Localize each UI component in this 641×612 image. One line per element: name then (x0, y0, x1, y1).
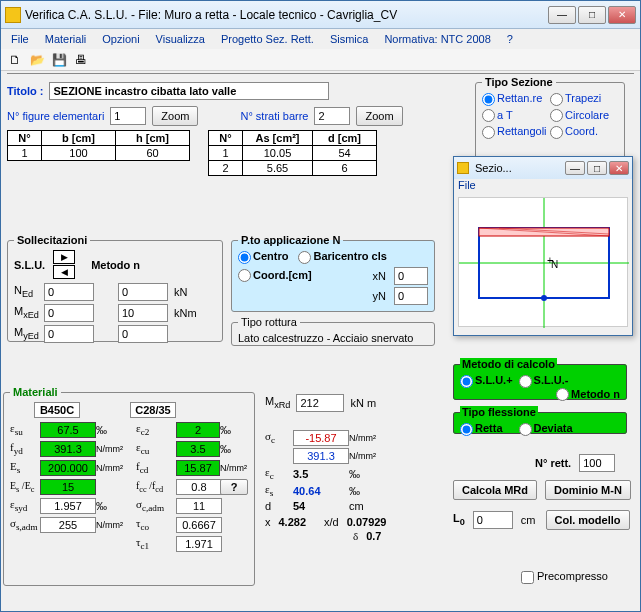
zoom-strati-button[interactable]: Zoom (356, 106, 402, 126)
section-maximize-button[interactable]: □ (587, 161, 607, 175)
delta-label: δ (353, 530, 358, 542)
MyEd-input2[interactable] (118, 325, 168, 343)
sc-label: σc (265, 430, 293, 445)
fcd-label: fcd (136, 460, 176, 475)
pto-app-legend: P.to applicazione N (238, 234, 343, 246)
ecu-label: εcu (136, 441, 176, 456)
ec2-val: 2 (176, 422, 220, 438)
menu-normativa[interactable]: Normativa: NTC 2008 (378, 31, 496, 47)
xN-input[interactable] (394, 267, 428, 285)
n-rett-input[interactable] (579, 454, 615, 472)
menu-visualizza[interactable]: Visualizza (150, 31, 211, 47)
MxEd-unit: kNm (174, 307, 204, 319)
esyd-val: 1.957 (40, 498, 96, 514)
scadm-val: 11 (176, 498, 222, 514)
scadm-label: σc,adm (136, 498, 176, 513)
main-window: Verifica C.A. S.L.U. - File: Muro a rett… (0, 0, 641, 612)
titolo-input[interactable] (49, 82, 329, 100)
delta-val: 0.7 (366, 530, 381, 542)
section-minimize-button[interactable]: — (565, 161, 585, 175)
radio-trapezi[interactable]: Trapezi (550, 92, 618, 106)
tipo-flessione-group: Tipo flessione Retta Deviata (453, 406, 627, 434)
menu-opzioni[interactable]: Opzioni (96, 31, 145, 47)
close-button[interactable]: ✕ (608, 6, 636, 24)
new-icon[interactable]: 🗋 (7, 52, 23, 68)
fcd-val: 15.87 (176, 460, 220, 476)
dominio-mn-button[interactable]: Dominio M-N (545, 480, 631, 500)
radio-coord[interactable]: Coord. (550, 125, 618, 139)
NEd-label: NEd (14, 284, 44, 299)
bars-table: N°As [cm²]d [cm] 110.0554 25.656 (208, 130, 377, 176)
steel-name[interactable]: B450C (34, 402, 80, 418)
n-strati-input[interactable] (314, 107, 350, 125)
EsEc-label: Es /Ec (10, 480, 40, 494)
x-val: 4.282 (279, 516, 307, 528)
MyEd-input1[interactable] (44, 325, 94, 343)
xd-val: 0.07929 (347, 516, 387, 528)
section-menubar: File (454, 179, 632, 195)
NEd-input2[interactable] (118, 283, 168, 301)
yN-input[interactable] (394, 287, 428, 305)
tipo-rottura-text: Lato calcestruzzo - Acciaio snervato (238, 332, 413, 344)
ssadm-val[interactable]: 255 (40, 517, 96, 533)
radio-coord-cm[interactable]: Coord.[cm] (238, 269, 312, 283)
ec2-label: εc2 (136, 422, 176, 437)
metodo-calcolo-legend: Metodo di calcolo (460, 358, 557, 370)
NEd-input1[interactable] (44, 283, 94, 301)
menu-help[interactable]: ? (501, 31, 519, 47)
n-figure-input[interactable] (110, 107, 146, 125)
radio-circolare[interactable]: Circolare (550, 109, 618, 123)
section-close-button[interactable]: ✕ (609, 161, 629, 175)
MyEd-label: MyEd (14, 326, 44, 341)
d-label: d (265, 500, 293, 512)
section-title: Sezio... (473, 162, 565, 174)
concrete-name[interactable]: C28/35 (130, 402, 176, 418)
radio-rettangoli[interactable]: Rettangoli (482, 125, 550, 139)
radio-deviata[interactable]: Deviata (519, 422, 573, 436)
menu-sismica[interactable]: Sismica (324, 31, 375, 47)
menu-materiali[interactable]: Materiali (39, 31, 93, 47)
calcola-mrd-button[interactable]: Calcola MRd (453, 480, 537, 500)
radio-slu-plus[interactable]: S.L.U.+ (460, 374, 513, 388)
tipo-rottura-legend: Tipo rottura (238, 316, 300, 328)
section-menu-file[interactable]: File (458, 179, 476, 191)
arrow-right-button[interactable]: ▶ (53, 250, 75, 264)
precompresso-checkbox[interactable]: Precompresso (521, 570, 608, 584)
svg-point-6 (541, 295, 547, 301)
es-label: εs (265, 483, 293, 498)
MxEd-input1[interactable] (44, 304, 94, 322)
radio-retta[interactable]: Retta (460, 422, 503, 436)
zoom-figure-button[interactable]: Zoom (152, 106, 198, 126)
tc1-val: 1.971 (176, 536, 222, 552)
minimize-button[interactable]: — (548, 6, 576, 24)
th-b: b [cm] (42, 131, 116, 146)
menu-progetto[interactable]: Progetto Sez. Rett. (215, 31, 320, 47)
ssadm-unit: N/mm² (96, 520, 136, 530)
print-icon[interactable]: 🖶 (73, 52, 89, 68)
table-row: 25.656 (209, 161, 377, 176)
d-val: 54 (293, 500, 349, 512)
radio-slu-minus[interactable]: S.L.U.- (519, 374, 569, 388)
radio-rettanre[interactable]: Rettan.re (482, 92, 550, 106)
save-icon[interactable]: 💾 (51, 52, 67, 68)
col-modello-button[interactable]: Col. modello (546, 510, 630, 530)
fccfcd-val[interactable]: 0.8 (176, 479, 222, 495)
L0-input[interactable] (473, 511, 513, 529)
xN-label: xN (373, 270, 386, 282)
radio-metodo-n[interactable]: Metodo n (556, 388, 620, 402)
n-rett-label: N° rett. (535, 457, 571, 469)
ec2-unit: ‰ (220, 424, 248, 436)
maximize-button[interactable]: □ (578, 6, 606, 24)
yN-label: yN (373, 290, 386, 302)
radio-baricentro[interactable]: Baricentro cls (298, 250, 386, 264)
menu-file[interactable]: File (5, 31, 35, 47)
radio-at[interactable]: a T (482, 109, 550, 123)
section-titlebar: Sezio... — □ ✕ (454, 157, 632, 179)
arrow-left-button[interactable]: ◀ (53, 265, 75, 279)
open-icon[interactable]: 📂 (29, 52, 45, 68)
fccfcd-help-button[interactable]: ? (220, 479, 248, 495)
radio-centro[interactable]: Centro (238, 250, 288, 264)
tc1-label: τc1 (136, 536, 176, 551)
MxEd-input2[interactable] (118, 304, 168, 322)
Es-label: Es (10, 460, 40, 475)
